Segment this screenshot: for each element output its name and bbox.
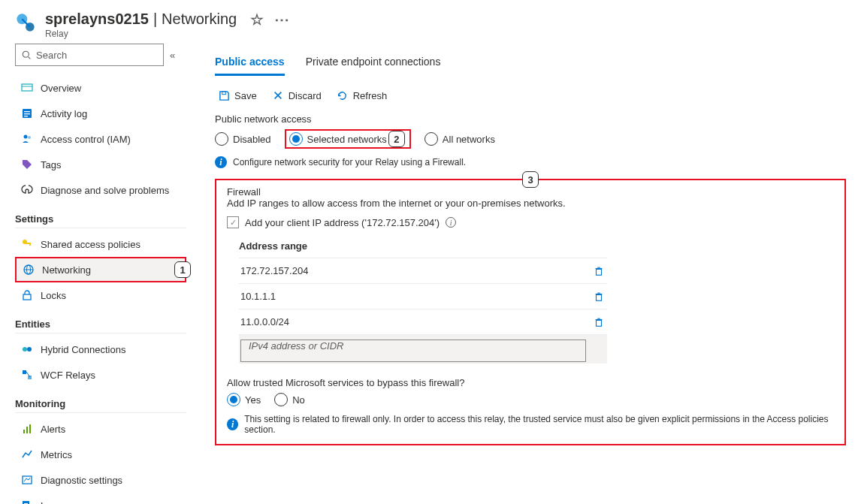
sidebar-item-metrics[interactable]: Metrics [15, 442, 186, 467]
overview-icon [21, 82, 33, 94]
delete-row-icon[interactable] [594, 317, 606, 327]
sidebar-item-shared-access-policies[interactable]: Shared access policies [15, 231, 186, 257]
svg-rect-24 [23, 430, 25, 433]
diagnose-icon [21, 184, 33, 196]
wcf-icon [21, 369, 33, 381]
sidebar-item-diagnostic-settings[interactable]: Diagnostic settings [15, 467, 186, 493]
svg-rect-14 [29, 243, 31, 246]
sidebar-section-settings: Settings [15, 213, 186, 228]
svg-rect-8 [24, 113, 30, 114]
sidebar-item-diagnose[interactable]: Diagnose and solve problems [15, 177, 186, 203]
delete-row-icon[interactable] [594, 266, 606, 276]
bypass-info: i This setting is related to firewall on… [227, 414, 834, 435]
iam-icon [21, 133, 33, 145]
logs-icon [21, 499, 33, 504]
svg-rect-27 [23, 476, 32, 484]
delete-row-icon[interactable] [594, 291, 606, 302]
collapse-sidebar-icon[interactable]: « [170, 50, 175, 61]
svg-point-20 [27, 347, 32, 352]
sidebar-item-activity-log[interactable]: Activity log [15, 101, 186, 126]
tags-icon [21, 158, 33, 171]
sidebar-item-access-control[interactable]: Access control (IAM) [15, 126, 186, 152]
firewall-config-info: i Configure network security for your Re… [215, 156, 846, 168]
refresh-button[interactable]: Refresh [337, 89, 388, 101]
svg-rect-35 [597, 269, 602, 275]
info-icon: i [215, 156, 227, 168]
alerts-icon [21, 423, 33, 435]
public-access-radio-group: Disabled Selected networks 2 All network… [215, 129, 846, 149]
radio-selected-networks[interactable]: Selected networks 2 [285, 129, 411, 149]
network-icon [23, 264, 35, 276]
svg-rect-7 [24, 111, 30, 112]
blade-header: sprelayns0215 | Networking ☆ ⋯ Relay [0, 0, 855, 44]
sidebar-search-input[interactable]: Search [15, 44, 164, 66]
address-range-table: Address range 172.72.157.204 10.1.1.1 11… [239, 234, 607, 364]
main-content: Public access Private endpoint connectio… [194, 44, 855, 504]
save-button[interactable]: Save [218, 89, 257, 101]
address-range-header: Address range [239, 234, 607, 258]
bypass-section: Allow trusted Microsoft services to bypa… [227, 377, 834, 435]
sidebar-item-overview[interactable]: Overview [15, 75, 186, 101]
resource-type-label: Relay [45, 29, 289, 39]
svg-point-19 [23, 347, 27, 352]
table-row: 172.72.157.204 [239, 258, 607, 284]
svg-rect-21 [23, 370, 26, 374]
search-icon [22, 50, 32, 60]
bypass-label: Allow trusted Microsoft services to bypa… [227, 377, 834, 388]
svg-point-2 [23, 51, 29, 57]
firewall-description: Add IP ranges to allow access from the i… [227, 198, 834, 209]
page-title: sprelayns0215 | Networking ☆ ⋯ [45, 9, 289, 29]
sidebar-item-hybrid-connections[interactable]: Hybrid Connections [15, 337, 186, 362]
toolbar: Save Discard Refresh [218, 89, 846, 101]
blade-name: Networking [162, 11, 237, 28]
radio-all-networks[interactable]: All networks [424, 132, 495, 146]
add-client-ip-label: Add your client IP address ('172.72.157.… [245, 217, 440, 228]
tab-private-endpoint[interactable]: Private endpoint connections [306, 50, 441, 76]
resource-name: sprelayns0215 [45, 11, 149, 28]
svg-rect-26 [29, 424, 31, 433]
save-icon [218, 89, 230, 101]
sidebar: Search « Overview Activity log Access co… [0, 44, 194, 504]
help-icon[interactable]: i [446, 217, 456, 228]
info-icon: i [227, 418, 238, 430]
metrics-icon [21, 448, 33, 460]
sidebar-item-networking[interactable]: Networking 1 [15, 257, 186, 282]
radio-disabled[interactable]: Disabled [215, 132, 271, 146]
firewall-section: 3 Firewall Add IP ranges to allow access… [215, 179, 846, 445]
radio-bypass-no[interactable]: No [274, 393, 305, 406]
radio-bypass-yes[interactable]: Yes [227, 393, 261, 406]
svg-point-10 [24, 135, 28, 139]
favorite-star-icon[interactable]: ☆ [250, 11, 264, 29]
discard-button[interactable]: Discard [272, 89, 322, 101]
svg-rect-9 [24, 116, 28, 116]
svg-rect-18 [23, 294, 31, 300]
sidebar-item-tags[interactable]: Tags [15, 152, 186, 177]
tab-public-access[interactable]: Public access [215, 50, 285, 76]
refresh-icon [337, 89, 349, 101]
svg-rect-41 [597, 320, 602, 326]
sidebar-section-entities: Entities [15, 318, 186, 333]
table-row: 10.1.1.1 [239, 284, 607, 309]
sidebar-section-monitoring: Monitoring [15, 398, 186, 413]
sidebar-item-alerts[interactable]: Alerts [15, 416, 186, 442]
sidebar-item-logs[interactable]: Logs [15, 493, 186, 504]
relay-resource-icon [15, 12, 36, 33]
table-row: 11.0.0.0/24 [239, 309, 607, 335]
more-actions-icon[interactable]: ⋯ [274, 11, 289, 29]
discard-icon [272, 89, 284, 101]
address-range-input[interactable]: IPv4 address or CIDR [240, 340, 586, 362]
lock-icon [21, 289, 33, 301]
activity-log-icon [21, 107, 33, 119]
firewall-title: Firewall [227, 186, 834, 198]
hybrid-icon [21, 343, 33, 355]
diagnostic-settings-icon [21, 474, 33, 486]
key-icon [21, 238, 33, 250]
svg-rect-4 [22, 84, 32, 91]
callout-badge-1: 1 [174, 261, 191, 278]
add-client-ip-checkbox[interactable]: ✓ [227, 216, 239, 228]
sidebar-item-wcf-relays[interactable]: WCF Relays [15, 362, 186, 388]
svg-rect-25 [26, 427, 28, 433]
svg-line-3 [29, 56, 31, 59]
sidebar-item-locks[interactable]: Locks [15, 282, 186, 308]
svg-rect-38 [597, 294, 602, 300]
